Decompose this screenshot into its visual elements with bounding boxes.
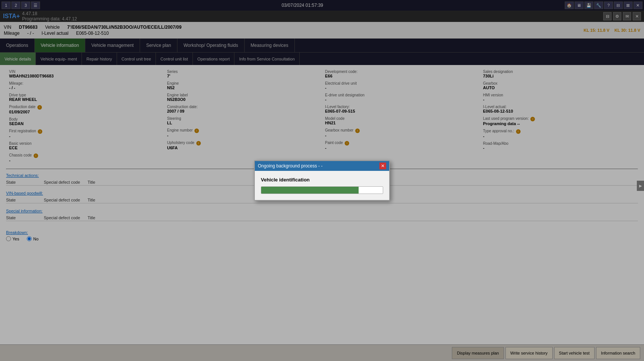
background-process-modal: Ongoing background process - - ✕ Vehicle…: [254, 160, 390, 201]
progress-bar-container: [261, 186, 383, 194]
modal-body: Vehicle identification: [255, 171, 389, 200]
progress-bar-fill: [261, 187, 359, 194]
modal-subtitle: Vehicle identification: [261, 177, 383, 183]
modal-overlay: Ongoing background process - - ✕ Vehicle…: [0, 0, 644, 361]
modal-title-bar: Ongoing background process - - ✕: [255, 161, 389, 171]
modal-close-button[interactable]: ✕: [379, 163, 386, 169]
modal-title: Ongoing background process - -: [258, 163, 322, 169]
